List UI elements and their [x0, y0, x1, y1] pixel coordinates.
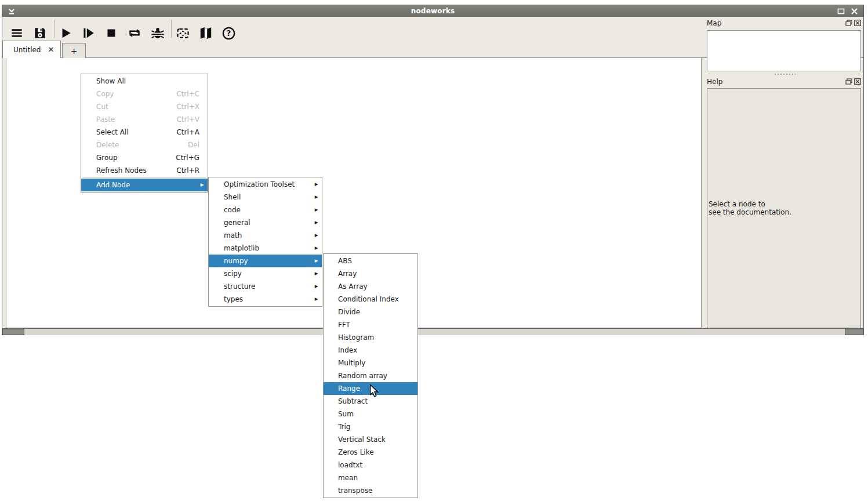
menu-item[interactable]: Sum — [324, 408, 417, 420]
toolbar-separator — [171, 20, 172, 38]
menu-item[interactable]: transpose — [324, 484, 417, 497]
menu-item[interactable]: structure ▶ — [209, 280, 322, 293]
loop-button[interactable] — [125, 23, 144, 43]
step-button[interactable] — [78, 23, 98, 43]
menu-item[interactable]: Range — [324, 382, 417, 395]
menu-item[interactable]: Show All ▶ — [81, 75, 208, 88]
menu-item[interactable]: Histogram — [324, 331, 417, 344]
new-tab-button[interactable]: + — [62, 43, 86, 58]
add-node-submenu: Optimization Toolset ▶ Shell ▶ code ▶ ge… — [208, 177, 322, 307]
submenu-arrow-icon: ▶ — [201, 183, 204, 187]
titlebar[interactable]: nodeworks — [2, 5, 863, 17]
menu-item[interactable]: Shell ▶ — [209, 191, 322, 204]
repeat-icon — [127, 26, 142, 41]
menu-item[interactable]: Cut Ctrl+X ▶ — [81, 100, 208, 113]
menu-item[interactable]: math ▶ — [209, 229, 322, 242]
submenu-arrow-icon: ▶ — [315, 271, 318, 275]
horizontal-scrollbar[interactable] — [2, 328, 863, 335]
map-float-button[interactable] — [845, 19, 852, 26]
menu-item[interactable]: Subtract — [324, 395, 417, 408]
help-float-button[interactable] — [845, 78, 852, 85]
dock-splitter-handle[interactable] — [775, 73, 796, 75]
context-menu: Show All ▶ Copy Ctrl+C ▶ Cut Ctrl+X ▶ Pa… — [81, 74, 208, 193]
close-button[interactable] — [849, 6, 859, 16]
menu-item[interactable]: Conditional Index — [324, 293, 417, 306]
menu-item[interactable]: code ▶ — [209, 204, 322, 216]
submenu-arrow-icon: ▶ — [315, 195, 318, 199]
menu-item[interactable]: Select All Ctrl+A ▶ — [81, 126, 208, 139]
maximize-button[interactable] — [836, 6, 845, 16]
submenu-arrow-icon: ▶ — [315, 233, 318, 237]
submenu-arrow-icon: ▶ — [315, 297, 318, 301]
scrollbar-thumb-right[interactable] — [845, 329, 863, 335]
map-button[interactable] — [196, 23, 216, 43]
save-button[interactable] — [30, 23, 50, 43]
help-text: Select a node to see the documentation. — [707, 200, 791, 216]
menu-button[interactable] — [7, 23, 27, 43]
menu-item[interactable]: scipy ▶ — [209, 267, 322, 280]
menu-item[interactable]: Multiply — [324, 357, 417, 369]
menu-item[interactable]: Index — [324, 344, 417, 357]
scrollbar-thumb-left[interactable] — [2, 329, 24, 335]
help-panel-content: Select a node to see the documentation. — [707, 88, 861, 328]
menu-icon — [9, 26, 24, 41]
help-button[interactable]: ? — [219, 23, 238, 43]
menu-item[interactable]: mean — [324, 471, 417, 484]
menu-item[interactable]: FFT — [324, 318, 417, 331]
menu-item[interactable]: loadtxt — [324, 459, 417, 471]
submenu-arrow-icon: ▶ — [315, 220, 318, 224]
menu-item[interactable]: Add Node ▶ — [81, 179, 208, 191]
submenu-arrow-icon: ▶ — [315, 182, 318, 186]
menu-item[interactable]: Trig — [324, 420, 417, 433]
menu-separator — [83, 177, 206, 178]
menu-item[interactable]: Random array — [324, 369, 417, 382]
tab-untitled[interactable]: Untitled ✕ — [2, 41, 61, 58]
menu-item[interactable]: Group Ctrl+G ▶ — [81, 151, 208, 164]
menu-item[interactable]: matplotlib ▶ — [209, 242, 322, 255]
menu-item[interactable]: general ▶ — [209, 216, 322, 229]
save-icon — [32, 26, 48, 41]
desktop: nodeworks — [0, 0, 868, 501]
submenu-arrow-icon: ▶ — [315, 259, 318, 263]
numpy-submenu: ABS Array As Array Conditional Index Div… — [323, 253, 418, 498]
map-viewport[interactable] — [707, 30, 861, 71]
menu-item[interactable]: ABS — [324, 255, 417, 267]
tab-close-icon[interactable]: ✕ — [48, 45, 54, 54]
menu-item[interactable]: Optimization Toolset ▶ — [209, 178, 322, 191]
help-icon: ? — [221, 26, 237, 41]
tab-label: Untitled — [13, 46, 41, 54]
help-panel-title: Help — [707, 78, 722, 86]
menu-item[interactable]: Refresh Nodes Ctrl+R ▶ — [81, 164, 208, 177]
fit-view-icon — [175, 26, 191, 41]
menu-item[interactable]: Vertical Stack — [324, 433, 417, 446]
debug-button[interactable] — [148, 23, 168, 43]
menu-item[interactable]: Paste Ctrl+V ▶ — [81, 113, 208, 126]
menu-item[interactable]: Divide — [324, 306, 417, 318]
help-close-button[interactable] — [854, 78, 861, 85]
map-icon — [198, 26, 213, 41]
stop-button[interactable] — [101, 23, 121, 43]
map-panel-title: Map — [707, 19, 721, 27]
fit-view-button[interactable] — [173, 23, 193, 43]
menu-item[interactable]: Delete Del ▶ — [81, 139, 208, 151]
menu-item[interactable]: Zeros Like — [324, 446, 417, 459]
step-icon — [81, 26, 96, 41]
submenu-arrow-icon: ▶ — [315, 208, 318, 212]
toolbar-separator — [54, 20, 55, 38]
window-title: nodeworks — [2, 7, 863, 15]
submenu-arrow-icon: ▶ — [315, 284, 318, 288]
plus-icon: + — [71, 46, 78, 56]
submenu-arrow-icon: ▶ — [315, 246, 318, 250]
menu-item[interactable]: numpy ▶ — [209, 255, 322, 267]
run-icon — [58, 26, 73, 41]
menu-item[interactable]: Array — [324, 267, 417, 280]
run-button[interactable] — [56, 23, 75, 43]
stop-icon — [104, 26, 119, 41]
debug-bug-icon — [150, 26, 165, 41]
svg-text:?: ? — [226, 28, 231, 38]
menu-item[interactable]: types ▶ — [209, 293, 322, 306]
menu-item[interactable]: Copy Ctrl+C ▶ — [81, 88, 208, 100]
menu-item[interactable]: As Array — [324, 280, 417, 293]
map-close-button[interactable] — [854, 19, 861, 26]
